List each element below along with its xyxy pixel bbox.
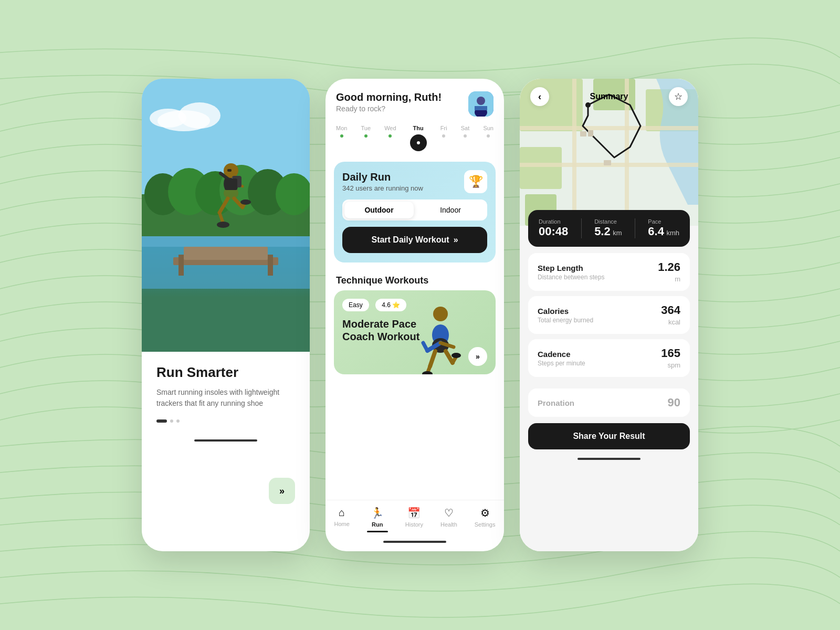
back-button[interactable]: ‹: [530, 87, 549, 106]
svg-point-27: [217, 222, 229, 228]
svg-rect-59: [580, 131, 586, 136]
p3-header: ‹ Summary ☆: [520, 79, 698, 114]
nav-run-label: Run: [372, 521, 383, 528]
stats-bar: Duration 00:48 Distance 5.2 km Pace 6.4 …: [528, 210, 690, 247]
day-sat-label: Sat: [461, 125, 470, 131]
day-tue-dot: [364, 134, 368, 138]
dot-3: [176, 419, 180, 423]
workout-runner-image: [406, 301, 464, 374]
outdoor-indoor-toggle: Outdoor Indoor: [342, 200, 487, 220]
home-indicator-3: [578, 458, 640, 460]
workout-badge: Easy: [342, 299, 369, 311]
greeting-block: Good morning, Ruth! Ready to rock?: [336, 91, 442, 113]
nav-run-indicator: [367, 531, 388, 532]
metric-calories: Calories Total energy burned 364 kcal: [528, 296, 690, 334]
day-thu[interactable]: Thu: [410, 125, 427, 151]
nav-settings[interactable]: ⚙ Settings: [475, 507, 496, 532]
favorite-button[interactable]: ☆: [669, 87, 688, 106]
pronation-name: Pronation: [538, 398, 574, 407]
day-mon-label: Mon: [336, 125, 347, 131]
nav-run[interactable]: 🏃 Run: [367, 507, 388, 532]
days-row: Mon Tue Wed Thu Fri Sat: [326, 123, 504, 158]
stat-distance: Distance 5.2 km: [594, 218, 622, 238]
p1-description: Smart running insoles with lightweight t…: [156, 387, 295, 409]
indoor-button[interactable]: Indoor: [416, 202, 485, 218]
svg-rect-35: [475, 106, 487, 110]
daily-run-card: Daily Run 342 users are running now 🏆 Ou…: [334, 162, 496, 262]
pace-unit: kmh: [666, 229, 679, 237]
day-fri[interactable]: Fri: [440, 125, 447, 151]
user-avatar[interactable]: [468, 91, 494, 117]
calories-value: 364: [661, 303, 680, 317]
next-arrow-button[interactable]: »: [269, 478, 295, 504]
p1-title: Run Smarter: [156, 364, 295, 381]
step-length-value: 1.26: [658, 260, 680, 274]
svg-point-3: [150, 109, 186, 128]
start-button-label: Start Daily Workout: [371, 235, 449, 245]
day-sun[interactable]: Sun: [483, 125, 494, 151]
svg-rect-31: [225, 178, 237, 190]
workout-arrow-button[interactable]: »: [468, 347, 487, 366]
calories-unit: kcal: [668, 318, 680, 326]
svg-point-36: [433, 307, 448, 321]
svg-rect-19: [227, 169, 232, 172]
nav-health-label: Health: [440, 521, 457, 528]
day-wed-label: Wed: [384, 125, 396, 131]
dot-active: [156, 419, 167, 423]
svg-point-46: [422, 371, 433, 374]
nav-history[interactable]: 📅 History: [405, 507, 423, 532]
day-tue[interactable]: Tue: [361, 125, 371, 151]
day-sun-dot: [487, 134, 490, 138]
metric-calories-info: Calories Total energy burned: [538, 307, 593, 324]
svg-rect-61: [604, 160, 611, 165]
nav-health[interactable]: ♡ Health: [440, 507, 457, 532]
day-mon-dot: [340, 134, 343, 138]
day-mon[interactable]: Mon: [336, 125, 347, 151]
stat-divider-2: [635, 218, 635, 238]
day-sun-label: Sun: [483, 125, 494, 131]
nav-home[interactable]: ⌂ Home: [334, 507, 349, 532]
metric-step-length-info: Step Length Distance between steps: [538, 264, 604, 281]
svg-rect-7: [184, 247, 268, 260]
start-daily-workout-button[interactable]: Start Daily Workout »: [342, 227, 487, 253]
cadence-desc: Steps per minute: [538, 360, 585, 367]
svg-rect-60: [588, 130, 593, 136]
start-arrow-icon: »: [454, 235, 458, 245]
metric-step-length: Step Length Distance between steps 1.26 …: [528, 253, 690, 291]
share-result-button[interactable]: Share Your Result: [528, 423, 690, 449]
distance-unit: km: [613, 229, 622, 237]
duration-value: 00:48: [539, 225, 568, 238]
day-thu-label: Thu: [413, 125, 424, 131]
outdoor-button[interactable]: Outdoor: [344, 202, 414, 218]
star-icon: ☆: [674, 91, 682, 102]
p1-content: Run Smarter Smart running insoles with l…: [142, 352, 310, 435]
phone-1: Run Smarter Smart running insoles with l…: [142, 79, 310, 551]
nav-history-label: History: [405, 521, 423, 528]
day-sat[interactable]: Sat: [461, 125, 470, 151]
metric-cadence-info: Cadence Steps per minute: [538, 350, 585, 367]
workout-rating: 4.6 ⭐: [375, 299, 406, 311]
cadence-unit: spm: [667, 361, 680, 369]
dot-2: [170, 419, 173, 423]
cadence-name: Cadence: [538, 350, 585, 359]
history-icon: 📅: [407, 507, 421, 519]
nav-settings-label: Settings: [475, 521, 496, 528]
cadence-value: 165: [661, 346, 680, 360]
svg-line-40: [423, 343, 427, 351]
bottom-nav: ⌂ Home 🏃 Run 📅 History ♡ Health ⚙ Settin…: [326, 500, 504, 537]
svg-point-33: [477, 97, 485, 105]
day-wed[interactable]: Wed: [384, 125, 396, 151]
pace-value-row: 6.4 kmh: [648, 225, 679, 238]
run-icon: 🏃: [371, 507, 384, 519]
summary-title: Summary: [590, 92, 628, 101]
svg-rect-56: [520, 126, 698, 130]
calories-desc: Total energy burned: [538, 317, 593, 324]
trophy-icon: 🏆: [464, 170, 487, 193]
day-thu-circle: [410, 134, 427, 151]
pace-label: Pace: [648, 218, 679, 225]
greeting-text: Good morning, Ruth!: [336, 91, 442, 103]
day-fri-dot: [442, 134, 445, 138]
settings-icon: ⚙: [480, 507, 490, 519]
share-button-label: Share Your Result: [573, 432, 645, 440]
duration-label: Duration: [539, 218, 568, 225]
